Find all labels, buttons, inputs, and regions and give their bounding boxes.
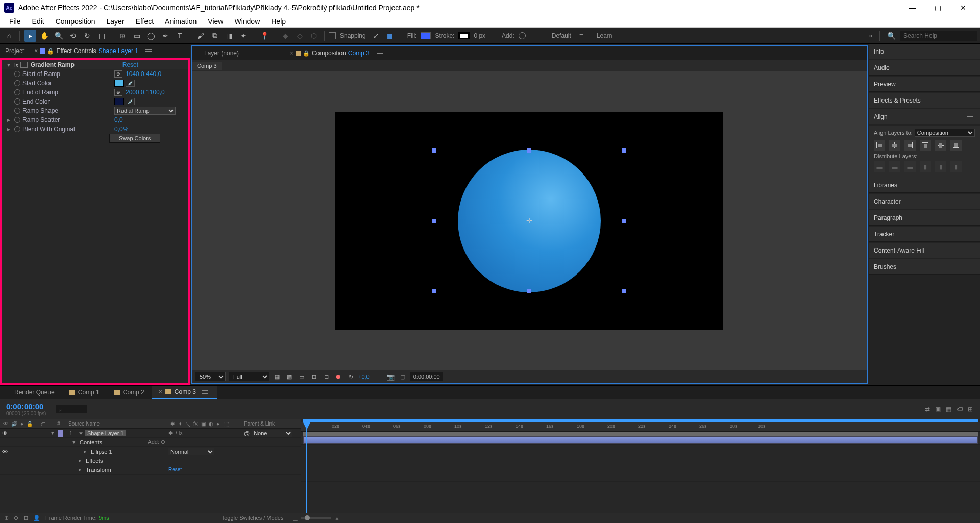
panel-info[interactable]: Info xyxy=(869,44,980,59)
stopwatch-icon[interactable] xyxy=(14,117,20,123)
comp3-tab[interactable]: ×Comp 3 xyxy=(152,386,217,399)
menu-window[interactable]: Window xyxy=(229,16,265,27)
more-workspaces[interactable]: » xyxy=(867,32,874,39)
track-row[interactable] xyxy=(301,445,980,454)
eyedropper-icon[interactable]: 💉 xyxy=(126,98,135,105)
zoom-select[interactable]: 50% xyxy=(195,372,226,381)
tl-icon-a[interactable]: ⇄ xyxy=(925,406,930,413)
track-row[interactable] xyxy=(301,472,980,482)
guides-icon[interactable]: ⊟ xyxy=(322,372,331,381)
layer-duration-bar[interactable] xyxy=(303,436,978,444)
3d-tool-a[interactable]: ◆ xyxy=(279,30,291,42)
crosshair-icon[interactable]: ⊕ xyxy=(114,89,122,96)
add-button[interactable] xyxy=(519,32,526,39)
zoom-out-icon[interactable]: ▁ xyxy=(293,515,298,521)
composition-tab[interactable]: × 🔒 Composition Comp 3 xyxy=(285,47,375,59)
ramp-shape-select[interactable]: Radial Ramp xyxy=(114,107,176,115)
workspace-menu-icon[interactable]: ≡ xyxy=(575,30,587,42)
tl-icon-b[interactable]: ▣ xyxy=(935,406,941,413)
playhead[interactable] xyxy=(303,422,310,430)
align-left-icon[interactable] xyxy=(874,140,885,151)
layer-row[interactable]: 👁 ▾ 1 ★Shape Layer 1 ✱ /fx @None xyxy=(0,429,301,438)
project-tab[interactable]: Project xyxy=(0,45,29,57)
footer-icon[interactable]: ⊖ xyxy=(14,515,18,521)
bbox-handle[interactable] xyxy=(527,289,531,293)
menu-layer[interactable]: Layer xyxy=(102,16,130,27)
footer-icon[interactable]: 👤 xyxy=(33,515,40,521)
stopwatch-icon[interactable] xyxy=(14,98,20,105)
parent-select[interactable]: None xyxy=(252,430,292,437)
start-color-swatch[interactable] xyxy=(114,80,124,87)
pen-tool[interactable]: ✒ xyxy=(159,30,172,42)
work-area-bar[interactable] xyxy=(303,432,978,436)
layer-tab[interactable]: Layer (none) xyxy=(199,47,244,59)
menu-help[interactable]: Help xyxy=(266,16,291,27)
track-row[interactable] xyxy=(301,454,980,463)
snapping-checkbox[interactable] xyxy=(329,32,336,39)
puppet-tool[interactable]: 📍 xyxy=(258,30,271,42)
add-shape-button[interactable]: ⊙ xyxy=(161,439,165,445)
selection-tool[interactable]: ▸ xyxy=(24,30,36,42)
timeline-tracks[interactable]: 02s 04s 06s 08s 10s 12s 14s 16s 18s 20s … xyxy=(301,419,980,513)
align-to-select[interactable]: Composition xyxy=(915,129,975,137)
panel-audio[interactable]: Audio xyxy=(869,60,980,76)
flowchart-tab[interactable]: Comp 3 xyxy=(192,62,222,70)
panel-menu-icon[interactable] xyxy=(202,388,210,396)
stopwatch-icon[interactable] xyxy=(14,89,20,95)
preview-timecode[interactable]: 0:00:00:00 xyxy=(410,372,443,381)
viewport[interactable]: ✛ xyxy=(192,71,867,370)
visibility-toggle[interactable]: 👁 xyxy=(2,430,8,436)
bbox-handle[interactable] xyxy=(622,289,626,293)
panel-paragraph[interactable]: Paragraph xyxy=(869,210,980,226)
snap-opt-a[interactable]: ⤢ xyxy=(370,30,382,42)
footer-icon[interactable]: ⊡ xyxy=(23,515,28,521)
stroke-swatch[interactable] xyxy=(458,32,470,39)
ellipse-tool[interactable]: ◯ xyxy=(145,30,157,42)
align-top-icon[interactable] xyxy=(920,140,931,151)
start-ramp-value[interactable]: 1040,0,440,0 xyxy=(126,70,161,78)
tl-icon-e[interactable]: ⊞ xyxy=(968,406,973,413)
zoom-in-icon[interactable]: ▲ xyxy=(334,515,339,521)
tl-icon-c[interactable]: ▦ xyxy=(946,406,951,413)
timeline-search[interactable] xyxy=(56,405,87,413)
panel-brushes[interactable]: Brushes xyxy=(869,259,980,275)
swap-colors-button[interactable]: Swap Colors xyxy=(109,134,160,143)
align-vcenter-icon[interactable] xyxy=(935,140,946,151)
effect-controls-tab[interactable]: × 🔒 Effect Controls Shape Layer 1 xyxy=(29,45,143,57)
maximize-button[interactable]: ▢ xyxy=(930,4,945,12)
comp2-tab[interactable]: Comp 2 xyxy=(107,387,152,398)
timeline-zoom-slider[interactable]: ▁ ▲ xyxy=(288,515,976,521)
home-tool[interactable]: ⌂ xyxy=(3,30,15,42)
menu-edit[interactable]: Edit xyxy=(27,16,50,27)
mask-icon[interactable]: ▩ xyxy=(285,372,294,381)
lock-icon[interactable]: 🔒 xyxy=(47,48,54,55)
bbox-handle[interactable] xyxy=(432,219,436,223)
ramp-scatter-value[interactable]: 0,0 xyxy=(114,116,123,123)
bbox-handle[interactable] xyxy=(622,148,626,153)
panel-tracker[interactable]: Tracker xyxy=(869,227,980,242)
channel-icon[interactable]: ⬢ xyxy=(334,372,343,381)
panel-preview[interactable]: Preview xyxy=(869,77,980,92)
playhead-line[interactable] xyxy=(306,419,307,513)
canvas[interactable]: ✛ xyxy=(335,112,723,330)
minimize-button[interactable]: — xyxy=(904,4,920,12)
twirl-icon[interactable]: ▸ xyxy=(79,466,84,473)
eraser-tool[interactable]: ◨ xyxy=(223,30,235,42)
workspace-learn[interactable]: Learn xyxy=(595,32,615,39)
zoom-tool[interactable]: 🔍 xyxy=(53,30,65,42)
search-icon[interactable]: 🔍 xyxy=(885,30,897,42)
grid-icon[interactable]: ⊞ xyxy=(309,372,318,381)
3d-tool-c[interactable]: ⬡ xyxy=(308,30,320,42)
anchor-point-icon[interactable]: ✛ xyxy=(526,217,532,225)
align-hcenter-icon[interactable] xyxy=(889,140,900,151)
bbox-handle[interactable] xyxy=(432,289,436,293)
stopwatch-icon[interactable] xyxy=(14,71,20,77)
snap-opt-b[interactable]: ▦ xyxy=(384,30,397,42)
transparency-grid-icon[interactable]: ▦ xyxy=(273,372,282,381)
panel-menu-icon[interactable] xyxy=(377,49,385,57)
transform-reset[interactable]: Reset xyxy=(168,467,182,472)
lock-icon[interactable]: 🔒 xyxy=(303,50,310,57)
type-tool[interactable]: T xyxy=(174,30,186,42)
region-icon[interactable]: ▭ xyxy=(297,372,306,381)
end-color-swatch[interactable] xyxy=(114,98,124,105)
